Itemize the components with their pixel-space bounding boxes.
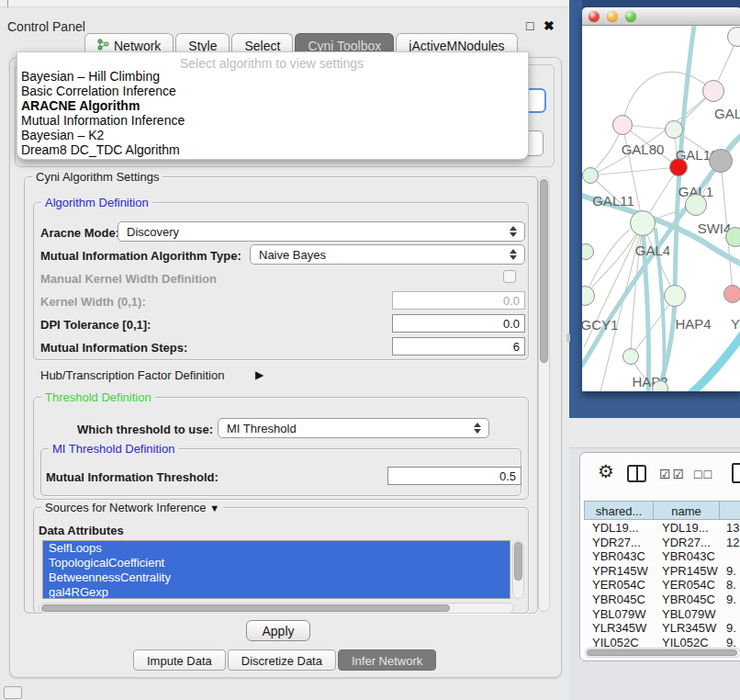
apply-button[interactable]: Apply	[246, 620, 310, 641]
column-header-name[interactable]: name	[653, 501, 720, 520]
node-y[interactable]	[723, 285, 740, 303]
table-row[interactable]: YIL052CYIL052C9.	[584, 635, 740, 649]
table-row[interactable]: YBR045CYBR045C9.	[584, 592, 740, 606]
close-traffic-light-icon[interactable]	[589, 11, 600, 22]
corner-button[interactable]	[4, 686, 22, 699]
checked-checkboxes-icon[interactable]: ☑☑	[659, 467, 686, 481]
table-cell: YPR145W	[654, 563, 721, 578]
node-gal4[interactable]	[630, 210, 656, 236]
network-canvas[interactable]: GALGAL80GAL10GAL1GAL11SWI4GAL4GCY1HAP4YH…	[582, 26, 740, 391]
table-hscrollbar[interactable]	[585, 648, 740, 658]
expand-arrow-icon[interactable]: ▶	[255, 368, 263, 381]
spinner-arrows-icon	[474, 423, 481, 434]
settings-vscrollbar[interactable]	[538, 176, 550, 612]
mi-threshold-field[interactable]: 0.5	[387, 467, 521, 485]
panel-title: Control Panel	[7, 19, 85, 34]
node-label-gal4: GAL4	[635, 243, 670, 258]
table-cell: YDR27...	[584, 535, 654, 549]
table-row[interactable]: YDR27...YDR27...12	[584, 535, 740, 549]
network-icon	[97, 39, 109, 51]
table-row[interactable]: YLR345WYLR345W9.	[584, 620, 740, 635]
gear-icon[interactable]: ⚙	[598, 460, 614, 482]
table-cell: YER054C	[584, 577, 654, 592]
node-table[interactable]: shared...nameYDL19...YDL19...13YDR27...Y…	[584, 501, 740, 649]
table-panel-box: ⚙ ☑☑ □□ shared...nameYDL19...YDL19...13Y…	[579, 452, 740, 661]
unchecked-checkboxes-icon[interactable]: □□	[694, 467, 713, 481]
node-gal1[interactable]	[669, 158, 688, 176]
control-panel-titlebar: Control Panel □ ✖	[0, 8, 569, 30]
hub-definition-label[interactable]: Hub/Transcription Factor Definition	[40, 368, 224, 382]
mi-threshold-label: Mutual Information Threshold:	[46, 470, 219, 484]
table-row[interactable]: YER054CYER054C8.	[584, 577, 740, 592]
table-row[interactable]: YPR145WYPR145W9.	[584, 563, 740, 578]
sources-title[interactable]: Sources for Network Inference ▼	[41, 501, 223, 514]
table-row[interactable]: YBL079WYBL079W	[584, 606, 740, 621]
top-strip	[0, 0, 569, 7]
data-attributes-list[interactable]: SelfLoopsTopologicalCoefficientBetweenne…	[42, 540, 510, 599]
attribute-list-vscrollbar[interactable]	[512, 540, 524, 599]
attribute-item-gal4rgexp[interactable]: gal4RGexp	[43, 585, 510, 599]
algorithm-dropdown-popup: Select algorithm to view settings Bayesi…	[17, 51, 529, 160]
which-threshold-select[interactable]: MI Threshold	[218, 418, 489, 438]
node-gal10[interactable]	[665, 120, 683, 139]
mi-type-value: Naive Bayes	[259, 248, 326, 262]
bottom-tab-infer-network[interactable]: Infer Network	[338, 649, 436, 671]
node-gal80[interactable]	[612, 115, 633, 135]
dropdown-item-bayesian-k2[interactable]: Bayesian – K2	[21, 128, 104, 142]
table-cell: YPR145W	[584, 563, 654, 578]
node-unlabeled[interactable]	[709, 149, 733, 173]
table-row[interactable]: YBR043CYBR043C	[584, 548, 740, 563]
table-cell: YBR045C	[654, 592, 721, 606]
minimize-traffic-light-icon[interactable]	[607, 11, 618, 22]
column-header-shared[interactable]: shared...	[584, 501, 654, 520]
node-hap2[interactable]	[622, 348, 639, 365]
dropdown-item-aracne-algorithm[interactable]: ARACNE Algorithm	[21, 98, 140, 113]
aracne-mode-select[interactable]: Discovery	[118, 221, 525, 242]
manual-kernel-checkbox[interactable]	[503, 270, 516, 283]
collapse-arrow-icon[interactable]: ▼	[209, 502, 219, 514]
attribute-item-selfloops[interactable]: SelfLoops	[43, 541, 510, 556]
table-cell: YIL052C	[584, 635, 654, 649]
network-window-titlebar[interactable]	[582, 7, 740, 26]
node-label-y: Y	[731, 316, 740, 332]
node-hap4[interactable]	[664, 285, 686, 307]
node-gal[interactable]	[702, 80, 724, 102]
node-label-gal80: GAL80	[622, 141, 665, 157]
float-window-icon[interactable]: □	[526, 18, 533, 33]
close-icon[interactable]: ✖	[544, 18, 555, 33]
table-cell: YDR27...	[654, 535, 721, 549]
node-unlabeled[interactable]	[725, 227, 740, 247]
dropdown-item-bayesian-hill-climbing[interactable]: Bayesian – Hill Climbing	[21, 69, 160, 84]
table-row[interactable]: YDL19...YDL19...13	[584, 520, 740, 535]
table-cell: YLR345W	[584, 620, 654, 635]
network-view-window: GALGAL80GAL10GAL1GAL11SWI4GAL4GCY1HAP4YH…	[582, 7, 740, 391]
dropdown-item-mutual-information-inference[interactable]: Mutual Information Inference	[21, 113, 185, 128]
node-gal11[interactable]	[582, 167, 599, 184]
split-columns-icon[interactable]	[627, 465, 646, 482]
dpi-tolerance-field[interactable]: 0.0	[392, 314, 525, 333]
node-unlabeled[interactable]	[652, 380, 668, 391]
zoom-traffic-light-icon[interactable]	[625, 11, 636, 22]
mi-steps-field[interactable]: 6	[392, 337, 525, 356]
file-icon[interactable]	[732, 463, 740, 483]
bottom-tab-discretize-data[interactable]: Discretize Data	[228, 649, 336, 671]
table-cell: YDL19...	[584, 520, 654, 535]
bottom-tab-impute-data[interactable]: Impute Data	[133, 649, 226, 671]
dropdown-item-dream8-dc-tdc-algorithm[interactable]: Dream8 DC_TDC Algorithm	[21, 142, 180, 157]
table-cell	[721, 606, 740, 621]
group-title: Cyni Algorithm Settings	[32, 170, 163, 184]
attribute-item-betweennesscentrality[interactable]: BetweennessCentrality	[43, 570, 510, 585]
splitter-handle[interactable]	[566, 333, 570, 343]
data-attributes-label: Data Attributes	[39, 524, 124, 537]
column-header-3[interactable]	[719, 501, 740, 520]
threshold-definition-title: Threshold Definition	[41, 390, 155, 404]
which-threshold-value: MI Threshold	[227, 422, 297, 435]
app-root: Control Panel □ ✖ NetworkStyleSelectCyni…	[0, 0, 740, 700]
dropdown-item-basic-correlation-inference[interactable]: Basic Correlation Inference	[21, 84, 176, 98]
attribute-list-hscrollbar[interactable]	[39, 603, 514, 614]
node-label-hap4: HAP4	[675, 316, 711, 332]
mi-type-select[interactable]: Naive Bayes	[250, 244, 525, 265]
kernel-width-field[interactable]: 0.0	[392, 291, 525, 310]
node-swi4[interactable]	[685, 194, 707, 216]
attribute-item-topologicalcoefficient[interactable]: TopologicalCoefficient	[43, 556, 510, 570]
